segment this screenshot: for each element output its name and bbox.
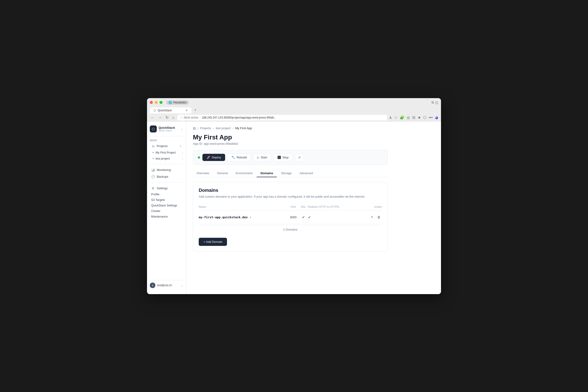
- profile-link-label: Profile: [151, 193, 159, 196]
- sidebar-item-profile[interactable]: Profile: [148, 192, 184, 197]
- bookmark-icon[interactable]: ☆: [394, 115, 397, 120]
- browser-tab-quickstack[interactable]: ⬡ QuickStack ✕: [150, 108, 191, 114]
- tab-overview[interactable]: Overview: [193, 170, 213, 177]
- sidebar-icon[interactable]: ⊟: [412, 115, 415, 120]
- sidebar-item-maintenance[interactable]: Maintenance: [148, 214, 184, 220]
- favorites-icon[interactable]: ★: [418, 115, 421, 120]
- col-action: Action: [361, 204, 382, 210]
- add-domain-label: + Add Domain: [203, 240, 222, 244]
- table-row: my-first-app.quickstack.dev ↗ 3000 ✓: [199, 210, 382, 224]
- col-name: Name: [199, 204, 288, 210]
- settings-icon: ⚙: [151, 186, 155, 190]
- profile-color-icon[interactable]: ◕: [435, 115, 438, 120]
- sidebar-brand: ⬡ QuickStack Admin Panel ⌄: [147, 126, 186, 136]
- tab-domains[interactable]: Domains: [257, 170, 277, 177]
- col-port: Port: [288, 204, 299, 210]
- forward-button[interactable]: →: [157, 115, 163, 120]
- tab-storage[interactable]: Storage: [277, 170, 295, 177]
- deploy-button[interactable]: 🚀 Deploy: [202, 154, 225, 161]
- sidebar-footer[interactable]: t test@ost.ch ⌄: [147, 280, 186, 290]
- tab-general-label: General: [217, 172, 228, 175]
- delete-domain-button[interactable]: 🗑: [376, 214, 382, 220]
- address-bar[interactable]: ⚠ Nicht sicher | 188.245.247.143:30000/p…: [177, 115, 387, 120]
- domain-port: 3000: [290, 216, 297, 219]
- breadcrumb-test-project[interactable]: test project: [216, 126, 231, 130]
- cluster-link-label: Cluster: [151, 210, 160, 213]
- status-indicator: [198, 156, 200, 159]
- add-project-icon[interactable]: +: [180, 144, 181, 148]
- sidebar-item-settings[interactable]: ⚙ Settings: [148, 185, 184, 192]
- test-project-chevron: ›: [182, 157, 183, 160]
- sidebar-item-cluster[interactable]: Cluster: [148, 208, 184, 214]
- rebuild-button[interactable]: 🔧 Rebuild: [227, 154, 251, 161]
- reload-button[interactable]: ↻: [165, 115, 169, 120]
- stop-label: Stop: [282, 156, 289, 159]
- profile-label: Persönlich: [173, 101, 186, 104]
- domain-name-cell: my-first-app.quickstack.dev ↗: [199, 216, 288, 219]
- profile-manager-icon[interactable]: ◎: [407, 115, 410, 120]
- backups-label: Backups: [157, 175, 181, 178]
- split-icon[interactable]: ◫: [435, 101, 438, 104]
- security-warning-icon: ⚠: [180, 116, 182, 119]
- breadcrumb-projects[interactable]: Projects: [200, 126, 211, 130]
- back-button[interactable]: ←: [150, 115, 155, 120]
- tab-title: QuickStack: [158, 109, 172, 112]
- menu-section-label: Menu: [147, 139, 186, 142]
- deploy-label: Deploy: [212, 156, 221, 159]
- stop-icon: ⬛: [277, 156, 281, 159]
- breadcrumb-sep-1: ›: [213, 126, 214, 130]
- stop-button[interactable]: ⬛ Stop: [273, 154, 293, 161]
- close-button[interactable]: [150, 101, 153, 104]
- sidebar-item-test-project[interactable]: test project ›: [147, 156, 186, 162]
- breadcrumb-sidebar-icon[interactable]: ▤: [193, 126, 196, 130]
- start-button[interactable]: ▷ Start: [253, 154, 271, 161]
- brand-chevron-icon[interactable]: ⌄: [181, 127, 183, 130]
- sidebar-item-s3[interactable]: S3 Targets: [148, 197, 184, 203]
- new-tab-icon: +: [194, 108, 196, 112]
- sidebar-item-monitoring[interactable]: 📊 Monitoring: [148, 166, 184, 173]
- tab-general[interactable]: General: [213, 170, 231, 177]
- test-project-label: test project: [156, 157, 180, 160]
- maintenance-link-label: Maintenance: [151, 215, 168, 218]
- sidebar-item-my-first-project[interactable]: My First Project ›: [147, 150, 186, 156]
- copy-icon[interactable]: ⧉: [432, 100, 434, 104]
- settings-label: Settings: [157, 186, 181, 190]
- divider-1: [150, 164, 183, 164]
- url-text: 188.245.247.143:30000/project/app/app-wo…: [202, 116, 384, 119]
- breadcrumb: ▤ | Projects › test project › My First A…: [193, 126, 388, 130]
- tab-overview-label: Overview: [197, 172, 209, 175]
- minimize-button[interactable]: [155, 101, 158, 104]
- home-button[interactable]: ⌂: [171, 115, 175, 120]
- extensions-icon[interactable]: 🧩: [400, 115, 404, 120]
- external-link-button[interactable]: ↗: [295, 154, 304, 162]
- tab-environment[interactable]: Environment: [232, 170, 256, 177]
- domains-count: 1 Domains: [199, 225, 382, 234]
- tab-close-button[interactable]: ✕: [185, 109, 188, 112]
- page-app-id: App ID: app-word-press-65fa8de2: [193, 142, 388, 146]
- not-secure-label: Nicht sicher: [184, 116, 198, 119]
- tab-advanced-label: Advanced: [300, 172, 313, 175]
- domain-external-link-icon[interactable]: ↗: [249, 216, 251, 219]
- new-tab-button[interactable]: +: [192, 106, 199, 114]
- footer-chevron-icon: ⌄: [181, 284, 183, 287]
- maximize-button[interactable]: [159, 101, 162, 104]
- projects-icon: 🗂: [151, 144, 155, 148]
- deploy-icon: 🚀: [207, 156, 210, 159]
- brand-logo: ⬡: [150, 126, 157, 132]
- edit-domain-button[interactable]: ✎: [369, 214, 375, 220]
- domains-title: Domains: [199, 188, 382, 193]
- user-avatar: t: [150, 282, 155, 288]
- tab-advanced[interactable]: Advanced: [296, 170, 317, 177]
- sidebar-item-projects[interactable]: 🗂 Projects +: [148, 143, 184, 150]
- breadcrumb-sep-2: ›: [232, 126, 233, 130]
- backups-icon: 🕐: [151, 175, 155, 178]
- profile-pill[interactable]: 🌐 Persönlich: [166, 100, 189, 104]
- add-domain-button[interactable]: + Add Domain: [199, 238, 227, 246]
- collections-icon[interactable]: ⬡: [423, 115, 426, 120]
- sidebar-item-quickstack-settings[interactable]: QuickStack Settings: [148, 203, 184, 208]
- reader-mode-icon[interactable]: 𝐀: [389, 116, 392, 120]
- more-icon[interactable]: •••: [429, 116, 433, 120]
- sidebar-item-backups[interactable]: 🕐 Backups: [148, 173, 184, 180]
- brand-name: QuickStack: [159, 126, 175, 130]
- tab-domains-label: Domains: [260, 172, 273, 175]
